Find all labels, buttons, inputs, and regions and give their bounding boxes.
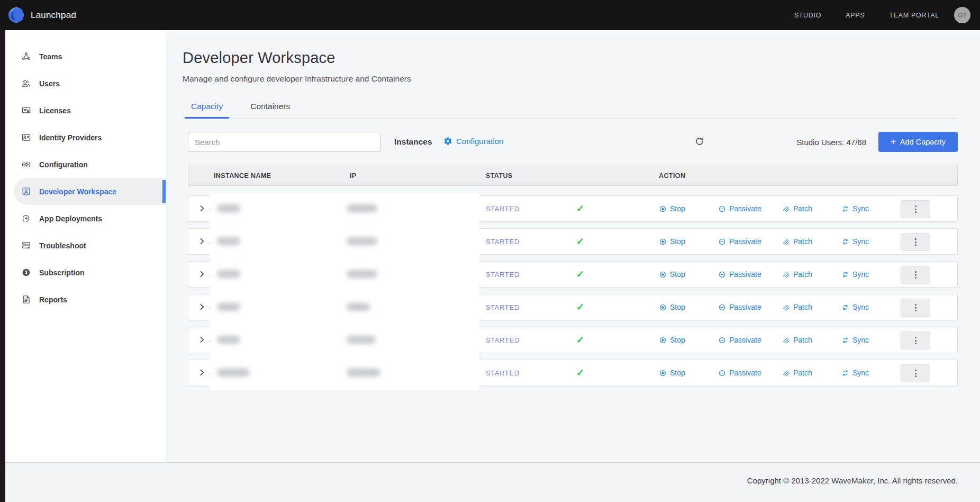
more-options-button[interactable] <box>901 266 930 284</box>
passivate-action[interactable]: Passivate <box>718 270 761 279</box>
passivate-icon <box>718 238 726 246</box>
patch-action[interactable]: Patch <box>782 237 812 246</box>
gear-icon <box>443 137 452 146</box>
sidebar-item-label: App Deployments <box>39 214 102 223</box>
topnav: STUDIOAPPSTEAM PORTAL <box>794 12 939 19</box>
status-label: STARTED <box>486 271 520 279</box>
patch-icon <box>782 336 790 344</box>
more-options-button[interactable] <box>901 200 930 218</box>
sync-action[interactable]: Sync <box>841 336 869 344</box>
patch-action[interactable]: Patch <box>782 270 812 279</box>
success-check-icon: ✓ <box>576 268 584 280</box>
expand-chevron-icon[interactable] <box>197 204 206 213</box>
patch-action[interactable]: Patch <box>782 204 812 213</box>
passivate-action[interactable]: Passivate <box>718 369 761 377</box>
reports-icon <box>21 294 31 304</box>
refresh-button[interactable] <box>694 136 705 147</box>
stop-icon <box>659 303 667 311</box>
users-icon <box>21 78 31 88</box>
identity-providers-icon <box>21 132 31 142</box>
stop-action[interactable]: Stop <box>659 303 685 311</box>
action-label: Passivate <box>729 303 761 311</box>
tab-capacity[interactable]: Capacity <box>188 96 226 118</box>
redacted-instance-name-blur <box>217 237 240 245</box>
expand-chevron-icon[interactable] <box>197 270 206 279</box>
action-label: Stop <box>670 204 685 213</box>
status-label: STARTED <box>486 369 520 377</box>
stop-action[interactable]: Stop <box>659 336 685 344</box>
sync-action[interactable]: Sync <box>841 204 869 213</box>
success-check-icon: ✓ <box>576 236 584 247</box>
redacted-instance-name-blur <box>217 204 240 212</box>
stop-icon <box>659 238 667 246</box>
status-label: STARTED <box>486 336 520 344</box>
more-options-button[interactable] <box>901 233 930 251</box>
patch-icon <box>782 271 790 279</box>
add-capacity-label: Add Capacity <box>900 138 946 146</box>
sidebar-item-troubleshoot[interactable]: Troubleshoot <box>5 232 166 259</box>
sidebar-item-reports[interactable]: Reports <box>5 286 166 313</box>
status-label: STARTED <box>486 205 520 213</box>
action-label: Sync <box>852 336 869 344</box>
topnav-link-studio[interactable]: STUDIO <box>794 12 821 19</box>
add-capacity-button[interactable]: + Add Capacity <box>878 132 958 152</box>
passivate-icon <box>718 336 726 344</box>
topnav-link-team-portal[interactable]: TEAM PORTAL <box>889 12 939 19</box>
app-deployments-icon <box>21 213 31 223</box>
sidebar-item-label: Reports <box>39 295 67 304</box>
refresh-icon <box>694 136 705 147</box>
sidebar-item-subscription[interactable]: Subscription <box>5 259 166 286</box>
avatar[interactable]: GT <box>954 7 970 23</box>
topnav-link-apps[interactable]: APPS <box>846 12 865 19</box>
instances-label: Instances <box>394 137 432 147</box>
passivate-action[interactable]: Passivate <box>718 204 761 213</box>
action-label: Passivate <box>729 237 761 246</box>
redacted-instance-name-blur <box>217 336 240 344</box>
expand-chevron-icon[interactable] <box>197 335 206 344</box>
tab-containers[interactable]: Containers <box>247 96 293 118</box>
action-label: Passivate <box>729 369 761 377</box>
action-label: Stop <box>670 369 685 377</box>
sync-action[interactable]: Sync <box>841 270 869 279</box>
sync-action[interactable]: Sync <box>841 303 869 311</box>
action-label: Stop <box>670 237 685 246</box>
sync-action[interactable]: Sync <box>841 369 869 377</box>
stop-action[interactable]: Stop <box>659 204 685 213</box>
sidebar-item-developer-workspace[interactable]: Developer Workspace <box>14 178 166 205</box>
sync-icon <box>841 205 849 213</box>
expand-chevron-icon[interactable] <box>197 368 206 377</box>
table-header: INSTANCE NAMEIPSTATUSACTION <box>188 165 958 186</box>
action-label: Stop <box>670 270 685 279</box>
stop-icon <box>659 336 667 344</box>
licenses-icon <box>21 105 31 115</box>
patch-action[interactable]: Patch <box>782 336 812 344</box>
configuration-link[interactable]: Configuration <box>443 137 503 146</box>
sidebar-item-label: Subscription <box>39 268 85 277</box>
sidebar-item-configuration[interactable]: Configuration <box>5 151 166 178</box>
more-options-button[interactable] <box>901 364 930 382</box>
stop-action[interactable]: Stop <box>659 270 685 279</box>
stop-action[interactable]: Stop <box>659 369 685 377</box>
status-label: STARTED <box>486 303 520 311</box>
success-check-icon: ✓ <box>576 367 584 379</box>
passivate-action[interactable]: Passivate <box>718 336 761 344</box>
passivate-action[interactable]: Passivate <box>718 237 761 246</box>
sync-action[interactable]: Sync <box>841 237 869 246</box>
sync-icon <box>841 303 849 311</box>
sidebar-item-teams[interactable]: Teams <box>5 43 166 70</box>
stop-action[interactable]: Stop <box>659 237 685 246</box>
sidebar-item-app-deployments[interactable]: App Deployments <box>5 205 166 232</box>
toolbar: Instances Configuration Studio Users: 47… <box>188 132 958 153</box>
sidebar-item-identity-providers[interactable]: Identity Providers <box>5 124 166 151</box>
expand-chevron-icon[interactable] <box>197 302 206 311</box>
search-input[interactable] <box>188 132 381 152</box>
more-options-button[interactable] <box>901 299 930 317</box>
patch-action[interactable]: Patch <box>782 303 812 311</box>
patch-action[interactable]: Patch <box>782 369 812 377</box>
expand-chevron-icon[interactable] <box>197 237 206 246</box>
passivate-icon <box>718 303 726 311</box>
sidebar-item-licenses[interactable]: Licenses <box>5 97 166 124</box>
passivate-action[interactable]: Passivate <box>718 303 761 311</box>
more-options-button[interactable] <box>901 331 930 349</box>
sidebar-item-users[interactable]: Users <box>5 70 166 97</box>
